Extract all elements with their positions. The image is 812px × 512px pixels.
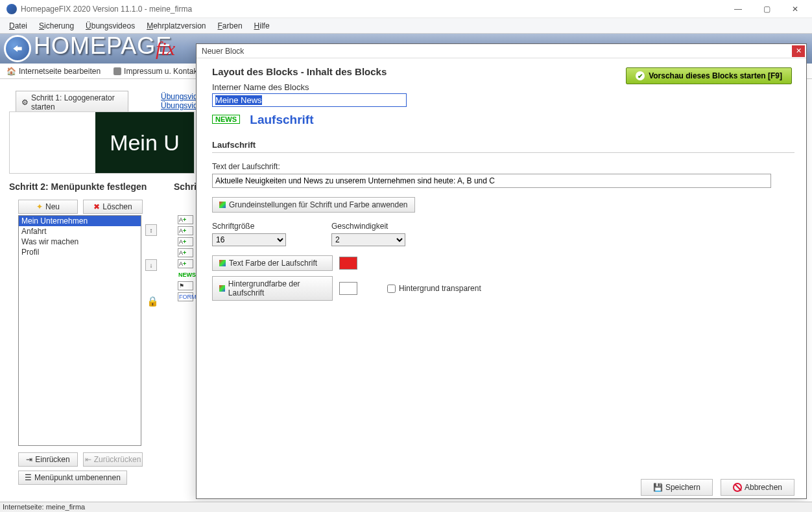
save-button[interactable]: 💾Speichern xyxy=(641,479,713,496)
star-icon: ✦ xyxy=(36,202,43,211)
palette-icon xyxy=(219,285,225,292)
titlebar: HomepageFIX 2020 Version 11.1.0 - meine_… xyxy=(0,0,812,18)
preview-block-button[interactable]: ✔ Vorschau dieses Blocks starten [F9] xyxy=(626,67,792,84)
close-button[interactable]: ✕ xyxy=(781,0,809,18)
block-type-f[interactable]: ⚑ xyxy=(178,281,193,290)
move-down-button[interactable]: ↓ xyxy=(145,259,157,271)
fontsize-select[interactable]: 16 xyxy=(212,233,286,246)
palette-icon xyxy=(219,202,226,208)
new-label: Neu xyxy=(45,202,60,211)
speed-label: Geschwindigkeit xyxy=(331,222,405,231)
block-type-title: Laufschrift xyxy=(250,113,313,127)
section-laufschrift: Laufschrift xyxy=(212,140,794,153)
app-icon xyxy=(6,4,17,14)
transparent-checkbox[interactable] xyxy=(387,285,396,293)
textcolor-label: Text Farbe der Laufschrift xyxy=(229,259,317,268)
menu-mehrplatz[interactable]: Mehrplatzversion xyxy=(141,20,211,32)
indent-button[interactable]: ⇥Einrücken xyxy=(18,452,78,467)
new-block-dialog: Neuer Block ✕ Layout des Blocks - Inhalt… xyxy=(196,43,807,499)
delete-menuitem-button[interactable]: ✖Löschen xyxy=(83,200,143,214)
menubar: Datei Sicherung Übungsvideos Mehrplatzve… xyxy=(0,18,812,34)
bgcolor-swatch[interactable] xyxy=(339,282,357,295)
block-type-form[interactable]: FORM xyxy=(178,292,193,301)
new-menuitem-button[interactable]: ✦Neu xyxy=(18,200,78,214)
menu-hilfe[interactable]: Hilfe xyxy=(249,20,275,32)
fontsize-label: Schriftgröße xyxy=(212,222,286,231)
block-type-a[interactable]: A+ xyxy=(178,215,193,224)
menu-sicherung[interactable]: Sicherung xyxy=(34,20,79,32)
logogen-label: Schritt 1: Logogenerator starten xyxy=(31,93,123,111)
menu-farben[interactable]: Farben xyxy=(213,20,248,32)
tab-edit-site[interactable]: 🏠Internetseite bearbeiten xyxy=(3,66,104,76)
block-type-e[interactable]: A+ xyxy=(178,259,193,268)
outdent-label: Zurückrücken xyxy=(94,455,141,464)
news-badge: NEWS xyxy=(212,115,240,124)
maximize-button[interactable]: ▢ xyxy=(752,0,781,18)
cancel-label: Abbrechen xyxy=(745,483,782,492)
bgcolor-button[interactable]: Hintergrundfarbe der Laufschrift xyxy=(212,276,333,301)
hero-preview: Mein U xyxy=(9,111,195,174)
gear-icon: ⚙ xyxy=(21,98,29,107)
save-label: Speichern xyxy=(665,483,700,492)
block-name-input[interactable]: Meine News xyxy=(212,93,407,107)
tab-impressum-label: Impressum u. Kontakt xyxy=(124,67,200,76)
tab-edit-label: Internetseite bearbeiten xyxy=(19,67,101,76)
menuitem-list[interactable]: Mein Unternehmen Anfahrt Was wir machen … xyxy=(18,215,141,446)
outdent-button[interactable]: ⇤Zurückrücken xyxy=(83,452,143,467)
block-palette: A+ A+ A+ A+ A+ NEWS ⚑ FORM xyxy=(178,215,193,301)
block-name-value: Meine News xyxy=(215,95,262,105)
preview-label: Vorschau dieses Blocks starten [F9] xyxy=(649,71,782,80)
marquee-text-label: Text der Laufschrift: xyxy=(212,162,794,171)
block-type-b[interactable]: A+ xyxy=(178,226,193,235)
rename-icon: ☰ xyxy=(25,473,32,482)
list-item[interactable]: Anfahrt xyxy=(19,226,141,237)
indent-label: Einrücken xyxy=(35,455,69,464)
block-type-c[interactable]: A+ xyxy=(178,237,193,246)
outdent-icon: ⇤ xyxy=(85,455,91,464)
textcolor-swatch[interactable] xyxy=(339,257,357,270)
banner-cursive: fix xyxy=(156,38,175,60)
delete-label: Löschen xyxy=(102,202,132,211)
banner-text: HOMEPAGE xyxy=(34,34,172,60)
dialog-close-button[interactable]: ✕ xyxy=(792,45,805,57)
tab-impressum[interactable]: Impressum u. Kontakt xyxy=(110,66,204,76)
block-type-news[interactable]: NEWS xyxy=(178,270,193,279)
list-item[interactable]: Was wir machen xyxy=(19,237,141,247)
block-type-d[interactable]: A+ xyxy=(178,248,193,257)
transparent-label: Hintergrund transparent xyxy=(399,284,481,293)
rename-menuitem-button[interactable]: ☰Menüpunkt umbenennen xyxy=(18,471,127,485)
bgcolor-label: Hintergrundfarbe der Laufschrift xyxy=(228,279,326,297)
step3-title: Schri xyxy=(174,181,197,192)
list-item[interactable]: Profil xyxy=(19,247,141,257)
rename-label: Menüpunkt umbenennen xyxy=(34,473,121,482)
check-icon: ✔ xyxy=(636,71,645,80)
logo-icon xyxy=(4,35,31,62)
window-title: HomepageFIX 2020 Version 11.1.0 - meine_… xyxy=(21,5,192,14)
dialog-title-text: Neuer Block xyxy=(202,47,244,56)
marquee-text-input[interactable] xyxy=(212,174,771,188)
home-icon: 🏠 xyxy=(6,67,16,76)
menu-uebungsvideos[interactable]: Übungsvideos xyxy=(80,20,140,32)
statusbar-text: Internetseite: meine_firma xyxy=(3,503,85,511)
textcolor-button[interactable]: Text Farbe der Laufschrift xyxy=(212,255,333,271)
apply-defaults-button[interactable]: Grundeinstellungen für Schrift und Farbe… xyxy=(212,197,415,213)
indent-icon: ⇥ xyxy=(26,455,32,464)
apply-defaults-label: Grundeinstellungen für Schrift und Farbe… xyxy=(229,200,408,209)
speed-select[interactable]: 2 xyxy=(331,233,405,246)
move-up-button[interactable]: ↕ xyxy=(145,224,157,236)
save-icon: 💾 xyxy=(653,483,663,492)
cancel-icon xyxy=(733,483,742,492)
minimize-button[interactable]: — xyxy=(724,0,752,18)
dialog-titlebar[interactable]: Neuer Block ✕ xyxy=(197,44,806,58)
logogenerator-button[interactable]: ⚙Schritt 1: Logogenerator starten xyxy=(16,91,128,114)
cancel-button[interactable]: Abbrechen xyxy=(721,479,794,496)
palette-icon xyxy=(219,260,226,266)
step2-title: Schritt 2: Menüpunkte festlegen xyxy=(9,181,147,192)
menu-datei[interactable]: Datei xyxy=(4,20,32,32)
x-icon: ✖ xyxy=(93,202,100,211)
transparent-row[interactable]: Hintergrund transparent xyxy=(387,284,481,293)
lock-icon: 🔒 xyxy=(147,296,159,307)
list-item[interactable]: Mein Unternehmen xyxy=(19,216,141,226)
gear-icon xyxy=(113,67,121,75)
hero-text: Mein U xyxy=(110,130,180,156)
